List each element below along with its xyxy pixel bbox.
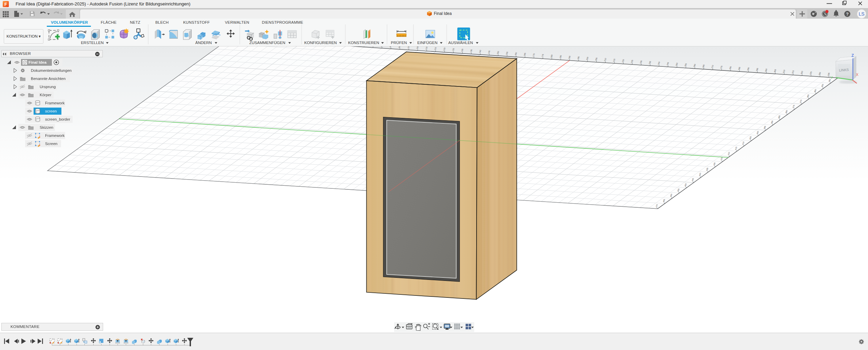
svg-text:LINKS: LINKS — [839, 68, 849, 72]
svg-text:280: 280 — [729, 66, 732, 70]
svg-text:Final Idea: Final Idea — [28, 60, 47, 64]
svg-text:125: 125 — [452, 48, 455, 52]
svg-text:170: 170 — [532, 53, 535, 57]
svg-text:270: 270 — [711, 65, 714, 69]
svg-text:Benannte Ansichten: Benannte Ansichten — [31, 77, 65, 81]
svg-text:135: 135 — [470, 49, 473, 53]
svg-text:310: 310 — [783, 69, 786, 74]
svg-text:330: 330 — [818, 71, 822, 76]
svg-text:110: 110 — [425, 46, 428, 50]
svg-text:100: 100 — [407, 46, 410, 49]
svg-text:225: 225 — [631, 59, 634, 63]
svg-text:120: 120 — [443, 47, 446, 51]
svg-text:190: 190 — [568, 55, 571, 59]
svg-text:115: 115 — [434, 47, 437, 50]
svg-text:150: 150 — [497, 50, 500, 55]
svg-text:ZUSAMMENFÜGEN: ZUSAMMENFÜGEN — [249, 41, 285, 45]
svg-text:315: 315 — [792, 70, 795, 74]
svg-text:Y: Y — [830, 76, 833, 80]
svg-text:265: 265 — [702, 64, 705, 68]
svg-text:140: 140 — [479, 49, 482, 54]
svg-text:X: X — [856, 73, 859, 77]
svg-text:KONFIGURIEREN: KONFIGURIEREN — [304, 41, 337, 45]
svg-text:305: 305 — [774, 69, 777, 73]
svg-text:240: 240 — [657, 61, 660, 65]
svg-text:275: 275 — [720, 65, 723, 69]
svg-text:175: 175 — [541, 54, 544, 58]
svg-text:195: 195 — [577, 56, 580, 60]
svg-text:AUSWÄHLEN: AUSWÄHLEN — [448, 41, 473, 45]
svg-text:145: 145 — [488, 50, 491, 54]
svg-text:335: 335 — [827, 72, 830, 76]
svg-text:95: 95 — [398, 46, 401, 48]
svg-text:260: 260 — [693, 63, 696, 67]
svg-text:Skizzen: Skizzen — [40, 125, 53, 129]
svg-text:screen_border: screen_border — [45, 117, 70, 121]
svg-text:320: 320 — [801, 70, 804, 75]
svg-text:85: 85 — [380, 46, 383, 47]
svg-text:EINFÜGEN: EINFÜGEN — [417, 41, 437, 45]
svg-text:245: 245 — [667, 62, 670, 66]
svg-text:285: 285 — [738, 66, 741, 70]
svg-text:?: ? — [846, 12, 849, 17]
svg-text:210: 210 — [604, 58, 607, 62]
svg-text:300: 300 — [765, 68, 768, 72]
svg-text:KONSTRUIEREN: KONSTRUIEREN — [348, 41, 379, 45]
svg-text:Dokumenteinstellungen: Dokumenteinstellungen — [31, 68, 72, 73]
svg-text:230: 230 — [640, 60, 643, 64]
svg-text:180: 180 — [550, 54, 553, 58]
svg-text:130: 130 — [461, 48, 464, 53]
svg-text:250: 250 — [675, 62, 678, 66]
svg-text:105: 105 — [416, 46, 419, 49]
svg-text:Ursprung: Ursprung — [40, 85, 56, 89]
svg-text:ERSTELLEN: ERSTELLEN — [81, 41, 103, 45]
svg-text:255: 255 — [684, 63, 687, 67]
svg-text:PRÜFEN: PRÜFEN — [391, 41, 407, 45]
svg-text:Körper: Körper — [40, 93, 52, 97]
svg-text:215: 215 — [613, 58, 616, 62]
svg-text:screen: screen — [45, 109, 57, 113]
svg-text:90: 90 — [389, 46, 392, 48]
svg-text:Framework: Framework — [45, 133, 65, 138]
svg-text:185: 185 — [559, 55, 562, 59]
svg-text:290: 290 — [747, 67, 750, 71]
svg-text:Z: Z — [851, 53, 854, 58]
svg-text:F: F — [4, 2, 7, 7]
svg-text:ÄNDERN: ÄNDERN — [195, 41, 212, 45]
svg-text:155: 155 — [505, 51, 508, 55]
svg-text:205: 205 — [595, 57, 598, 61]
svg-text:235: 235 — [649, 61, 652, 65]
svg-text:220: 220 — [622, 59, 625, 63]
svg-text:160: 160 — [515, 52, 518, 56]
svg-text:LS: LS — [859, 11, 864, 17]
svg-text:165: 165 — [523, 53, 526, 57]
svg-text:200: 200 — [586, 57, 589, 61]
svg-text:Screen: Screen — [45, 142, 57, 146]
svg-text:325: 325 — [809, 71, 812, 75]
svg-text:Framework: Framework — [45, 101, 65, 105]
svg-text:295: 295 — [756, 67, 759, 71]
